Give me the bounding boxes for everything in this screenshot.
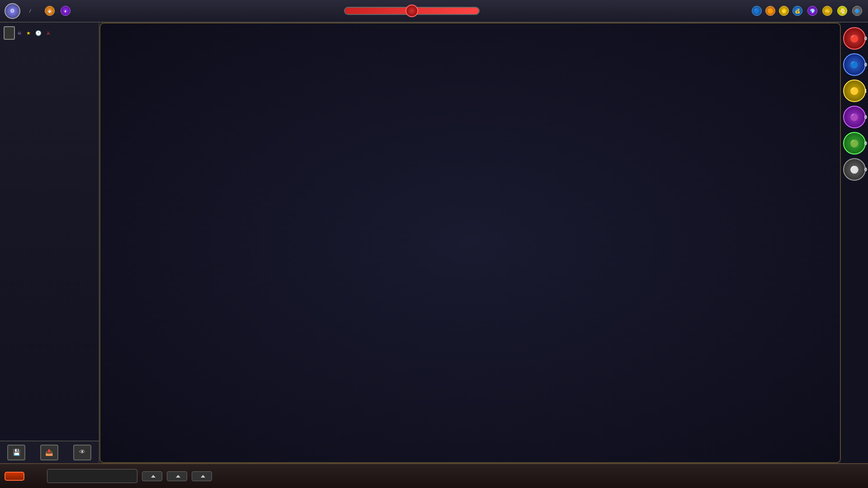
crystal-resource: ♦	[61, 6, 72, 16]
energy-filter-arrow	[176, 475, 180, 478]
crystal-icon: ♦	[61, 6, 71, 16]
right-sidebar: 🔴 0 🔵 0 🟡 1 🟣 0 🟢 0 ⚪ 0	[841, 23, 868, 463]
top-bar-center	[72, 7, 752, 15]
icon-orange-1[interactable]: 🟠	[765, 6, 775, 16]
back-button[interactable]	[5, 472, 24, 481]
star-stat: ★	[26, 30, 32, 36]
sort-filter-button[interactable]	[192, 471, 212, 481]
type-filter-arrow	[151, 475, 156, 478]
res-15: 🔷	[852, 6, 863, 16]
sword-stat: ⚔	[46, 30, 52, 36]
export-button[interactable]: 📤	[40, 445, 58, 460]
shard-icon: 🔷	[852, 6, 862, 16]
top-bar: ⚙ / ◆ ♦ 🔵 🟠 ⭐ 💰 💎	[0, 0, 868, 23]
sort-filter-arrow	[201, 475, 205, 478]
res-10: 📜	[837, 6, 849, 16]
purple-resource-btn[interactable]: 🟣 0	[843, 106, 866, 128]
icon-gold-1[interactable]: ⭐	[779, 6, 789, 16]
icon-blue-1[interactable]: 🔵	[752, 6, 762, 16]
blue-resource-btn[interactable]: 🔵 0	[843, 53, 866, 76]
health-bar	[344, 7, 480, 15]
res-1: 🗝	[822, 6, 834, 16]
top-bar-left: ⚙ / ◆ ♦	[5, 3, 72, 19]
search-box	[47, 469, 137, 483]
game-icon: ⚙	[5, 3, 20, 19]
energy-filter-button[interactable]	[167, 471, 187, 481]
type-filter-button[interactable]	[142, 471, 162, 481]
hp-display: /	[29, 7, 31, 14]
gray-resource-btn[interactable]: ⚪ 0	[843, 158, 866, 181]
save-button[interactable]: 💾	[7, 445, 25, 460]
left-sidebar: ☠ ★ 🕐 ⚔	[0, 23, 99, 463]
skull-icon: ☠	[17, 30, 22, 36]
sword-icon: ⚔	[46, 30, 51, 36]
key-icon: 🗝	[822, 6, 832, 16]
top-bar-right: 🔵 🟠 ⭐ 💰 💎 🗝 📜 🔷	[752, 6, 863, 16]
yellow-resource-btn[interactable]: 🟡 1	[843, 80, 866, 102]
gem-icon: 💎	[807, 6, 817, 16]
coins-icon: 💰	[793, 6, 802, 16]
search-input[interactable]	[47, 469, 137, 483]
red-resource-btn[interactable]: 🔴 0	[843, 27, 866, 50]
res-100: 💰	[793, 6, 804, 16]
sidebar-stats: ☠ ★ 🕐 ⚔	[17, 30, 52, 36]
view-button[interactable]: 👁	[73, 445, 91, 460]
sidebar-bottom-toolbar: 💾 📤 👁	[0, 441, 99, 463]
main-card-area	[99, 23, 841, 463]
clock-stat: 🕐	[35, 30, 42, 36]
card-count-badge	[4, 26, 15, 40]
star-icon: ★	[26, 30, 31, 36]
bottom-bar	[0, 463, 868, 488]
clock-icon: 🕐	[35, 30, 42, 36]
scroll-icon: 📜	[837, 6, 847, 16]
gold-icon: ◆	[45, 6, 55, 16]
res-purple: 💎	[807, 6, 819, 16]
health-icon	[406, 5, 418, 17]
sidebar-header: ☠ ★ 🕐 ⚔	[0, 23, 99, 43]
green-resource-btn[interactable]: 🟢 0	[843, 132, 866, 155]
gold-resource: ◆	[45, 6, 56, 16]
skull-stat: ☠	[17, 30, 23, 36]
